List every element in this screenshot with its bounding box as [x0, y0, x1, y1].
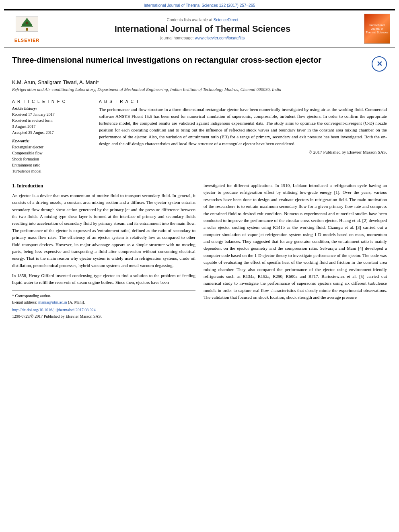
intro-para2: In 1858, Henry Giffard invented condensi…: [12, 272, 195, 286]
body-right-col: investigated for different applications.…: [204, 182, 387, 320]
elsevier-label: ELSEVIER: [14, 38, 39, 43]
email-label: E-mail address:: [12, 300, 37, 304]
journal-header: ELSEVIER Contents lists available at Sci…: [4, 10, 395, 47]
top-citation: International Journal of Thermal Science…: [0, 0, 399, 9]
journal-thumbnail: International Journal of Thermal Science…: [360, 14, 390, 44]
revised-date: 3 August 2017: [12, 123, 93, 129]
footnote-area: * Corresponding author. E-mail address: …: [12, 290, 195, 320]
keywords-section: Keywords: Rectangular ejector Compressib…: [12, 139, 93, 174]
keywords-label: Keywords:: [12, 139, 93, 143]
citation-text: International Journal of Thermal Science…: [144, 3, 255, 8]
journal-title: International Journal of Thermal Science…: [45, 24, 360, 34]
article-history: Article history: Received 17 January 201…: [12, 106, 93, 136]
copyright-line: © 2017 Published by Elsevier Masson SAS.: [99, 150, 387, 154]
homepage-url[interactable]: www.elsevier.com/locate/ijts: [195, 36, 245, 40]
elsevier-tree-icon: [13, 15, 41, 37]
article-info-label: A R T I C L E I N F O: [12, 99, 93, 104]
abstract-column: A B S T R A C T The performance and flow…: [99, 96, 387, 178]
email-suffix: (A. Mani).: [68, 300, 85, 304]
homepage-label: journal homepage:: [160, 36, 194, 40]
main-content: Three-dimensional numerical investigatio…: [0, 47, 399, 320]
keyword-5: Turbulence model: [12, 168, 93, 174]
corresponding-note: * Corresponding author.: [12, 293, 195, 299]
right-para1: investigated for different applications.…: [204, 182, 387, 301]
accepted-date: Accepted 29 August 2017: [12, 129, 93, 136]
authors-line: K.M. Arun, Shaligram Tiwari, A. Mani*: [12, 79, 387, 85]
contents-text: Contents lists available at: [167, 18, 212, 22]
email-address[interactable]: mania@iitm.ac.in: [38, 300, 67, 304]
journal-homepage: journal homepage: www.elsevier.com/locat…: [45, 36, 360, 40]
intro-heading: 1. Introduction: [12, 182, 195, 190]
intro-para1: An ejector is a device that uses momentu…: [12, 192, 195, 269]
crossmark-icon[interactable]: ✕: [372, 56, 387, 72]
info-abstract-section: A R T I C L E I N F O Article history: R…: [12, 96, 387, 178]
journal-center: Contents lists available at ScienceDirec…: [45, 18, 360, 40]
article-title-section: Three-dimensional numerical investigatio…: [12, 47, 387, 75]
journal-cover-image: International Journal of Thermal Science…: [364, 14, 390, 44]
article-info-column: A R T I C L E I N F O Article history: R…: [12, 96, 93, 178]
email-note: E-mail address: mania@iitm.ac.in (A. Man…: [12, 299, 195, 306]
doi-line[interactable]: http://dx.doi.org/10.1016/j.ijthermalsci…: [12, 307, 195, 313]
body-left-col: 1. Introduction An ejector is a device t…: [12, 182, 195, 320]
abstract-box: A B S T R A C T The performance and flow…: [99, 96, 387, 154]
keyword-1: Rectangular ejector: [12, 144, 93, 150]
abstract-text: The performance and flow structure in a …: [99, 106, 387, 147]
history-label: Article history:: [12, 106, 93, 111]
abstract-label: A B S T R A C T: [99, 99, 387, 104]
revised-label: Received in revised form: [12, 117, 93, 123]
science-direct-line: Contents lists available at ScienceDirec…: [45, 18, 360, 22]
received-date: Received 17 January 2017: [12, 111, 93, 117]
affiliation-line: Refrigeration and Air-conditioning Labor…: [12, 87, 387, 92]
keyword-2: Compressible flow: [12, 150, 93, 156]
svg-point-4: [26, 22, 28, 24]
page-container: International Journal of Thermal Science…: [0, 0, 399, 532]
issn-line: 1290-0729/© 2017 Published by Elsevier M…: [12, 313, 195, 320]
crossmark-area: ✕: [367, 55, 387, 72]
article-info-box: A R T I C L E I N F O Article history: R…: [12, 96, 93, 174]
thumb-label: International Journal of Thermal Science…: [366, 23, 389, 34]
science-direct-link[interactable]: ScienceDirect: [214, 18, 239, 22]
keyword-4: Entrainment ratio: [12, 162, 93, 168]
article-title: Three-dimensional numerical investigatio…: [12, 55, 367, 65]
elsevier-logo: ELSEVIER: [9, 15, 45, 43]
keyword-3: Shock formation: [12, 156, 93, 162]
svg-rect-1: [26, 28, 28, 31]
body-section: 1. Introduction An ejector is a device t…: [12, 182, 387, 320]
